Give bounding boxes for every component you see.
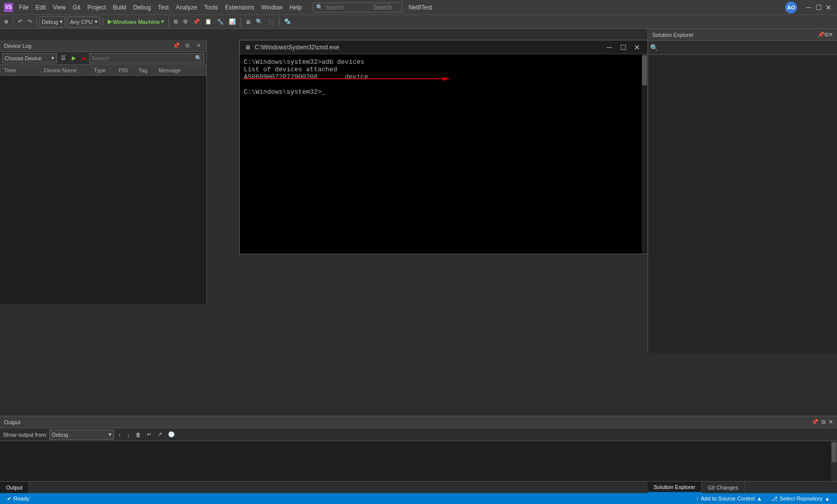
maximize-button[interactable]: ☐ <box>814 3 823 12</box>
menu-window[interactable]: Window <box>258 3 286 12</box>
chevron-down-icon: ▾ <box>60 18 63 25</box>
tab-git-changes[interactable]: Git Changes <box>702 482 745 493</box>
menu-edit[interactable]: Edit <box>32 3 49 12</box>
float-icon[interactable]: ⧉ <box>183 42 191 50</box>
sep4 <box>168 17 169 26</box>
toolbar-icon-btn3[interactable]: 📌 <box>191 16 202 27</box>
ready-icon: ✔ <box>7 496 11 502</box>
output-source-dropdown[interactable]: Debug ▾ <box>49 430 114 440</box>
sep2 <box>36 17 37 26</box>
minimize-button[interactable]: ─ <box>804 3 813 12</box>
status-ready[interactable]: ✔ Ready <box>4 496 32 502</box>
col-tag: Tag <box>135 67 155 73</box>
chevron-down-icon: ▾ <box>95 18 98 25</box>
device-log-title-bar: Device Log 📌 ⧉ ✕ <box>0 40 206 52</box>
device-log-title: Device Log <box>4 43 169 49</box>
output-pin-icon[interactable]: 📌 <box>812 419 819 425</box>
chevron-up-icon: ▲ <box>825 496 830 502</box>
toolbar-icon-btn8[interactable]: 🔍 <box>254 16 265 27</box>
sep6 <box>279 17 280 26</box>
device-log-panel: Device Log 📌 ⧉ ✕ Choose Device ▾ ☰ ▶ ■ 🔍… <box>0 40 207 304</box>
se-close-icon[interactable]: ✕ <box>829 31 833 38</box>
device-log-columns: Time Device Name Type PID Tag Message <box>0 65 206 76</box>
cmd-title-text: C:\Windows\System32\cmd.exe <box>255 44 600 51</box>
sep5 <box>240 17 241 26</box>
add-to-source-control-btn[interactable]: ↑ Add to Source Control ▲ <box>693 496 765 502</box>
cmd-minimize-btn[interactable]: ─ <box>603 42 616 53</box>
cmd-scrollbar-thumb <box>642 55 647 85</box>
upload-icon: ↑ <box>696 496 699 502</box>
cmd-close-btn[interactable]: ✕ <box>631 42 644 53</box>
tab-solution-explorer[interactable]: Solution Explorer <box>648 482 702 493</box>
se-pin-icon[interactable]: 📌 <box>818 31 825 38</box>
device-stop-btn[interactable]: ■ <box>80 53 87 64</box>
toolbar-icon-btn7[interactable]: 🖥 <box>243 16 253 27</box>
output-scrollbar-thumb-v <box>832 442 837 462</box>
solution-explorer-title: Solution Explorer 📌 ⧉ ✕ <box>648 29 837 41</box>
toolbar-icon-btn5[interactable]: 🔧 <box>215 16 226 27</box>
user-avatar[interactable]: AO <box>785 1 797 13</box>
output-close-icon[interactable]: ✕ <box>829 419 833 425</box>
pin-icon[interactable]: 📌 <box>172 42 180 50</box>
new-project-btn[interactable]: ⊕ <box>2 16 10 27</box>
menu-tools[interactable]: Tools <box>201 3 221 12</box>
debug-config-dropdown[interactable]: Debug ▾ <box>39 16 65 27</box>
search-icon: 🔍 <box>650 44 658 51</box>
se-float-icon[interactable]: ⧉ <box>825 31 829 38</box>
menu-extensions[interactable]: Extensions <box>222 3 257 12</box>
title-search-box[interactable]: 🔍 Search <box>313 2 402 12</box>
menu-project[interactable]: Project <box>84 3 109 12</box>
cmd-line-3: AS0609H072P72900206 device <box>244 73 644 81</box>
output-scroll-down-btn[interactable]: ↓ <box>125 429 132 440</box>
menu-git[interactable]: Git <box>70 3 83 12</box>
status-right: ↑ Add to Source Control ▲ ⎇ Select Repos… <box>693 496 833 502</box>
run-button[interactable]: ▶ Windows Machine ▾ <box>106 16 166 27</box>
cmd-scrollbar[interactable] <box>642 54 648 254</box>
toolbar-icon-btn10[interactable]: 🔩 <box>282 16 293 27</box>
choose-device-dropdown[interactable]: Choose Device ▾ <box>2 53 57 63</box>
toolbar-icon-btn4[interactable]: 📋 <box>203 16 214 27</box>
col-time: Time <box>0 67 40 73</box>
output-clock-btn[interactable]: 🕐 <box>166 429 177 440</box>
menu-help[interactable]: Help <box>287 3 305 12</box>
menu-analyze[interactable]: Analyze <box>173 3 200 12</box>
status-bar: ✔ Ready ↑ Add to Source Control ▲ ⎇ Sele… <box>0 493 837 504</box>
menu-test[interactable]: Test <box>155 3 172 12</box>
menu-debug[interactable]: Debug <box>130 3 154 12</box>
cmd-window-controls: ─ ☐ ✕ <box>603 42 644 53</box>
project-name: Net8Test <box>408 4 432 11</box>
output-clear-btn[interactable]: 🗑 <box>134 429 143 440</box>
redo-btn[interactable]: ↷ <box>25 16 34 27</box>
close-icon[interactable]: ✕ <box>194 42 202 50</box>
toolbar-icon-btn2[interactable]: ⚙ <box>181 16 190 27</box>
title-bar: VS File Edit View Git Project Build Debu… <box>0 0 837 15</box>
menu-file[interactable]: File <box>16 3 31 12</box>
device-play-btn[interactable]: ▶ <box>70 53 78 64</box>
cmd-maximize-btn[interactable]: ☐ <box>617 42 630 53</box>
platform-dropdown[interactable]: Any CPU ▾ <box>67 16 100 27</box>
cmd-window[interactable]: 🖥 C:\Windows\System32\cmd.exe ─ ☐ ✕ C:\W… <box>239 40 648 254</box>
device-grid-btn[interactable]: ☰ <box>59 53 68 64</box>
tab-output[interactable]: Output <box>0 482 29 493</box>
menu-build[interactable]: Build <box>110 3 130 12</box>
output-scroll-up-btn[interactable]: ↑ <box>116 429 123 440</box>
toolbar-icon-btn1[interactable]: ⊞ <box>171 16 180 27</box>
toolbar-icon-btn6[interactable]: 📊 <box>227 16 238 27</box>
title-search-input[interactable] <box>325 4 371 11</box>
toolbar-icon-btn9[interactable]: ⬛ <box>266 16 277 27</box>
select-repository-btn[interactable]: ⎇ Select Repository ▲ <box>768 496 833 502</box>
menu-view[interactable]: View <box>50 3 69 12</box>
cmd-line-2: List of devices attached <box>244 66 644 73</box>
device-search-box[interactable]: 🔍 <box>89 53 204 63</box>
se-bottom-tabs: Solution Explorer Git Changes <box>648 481 837 493</box>
close-button[interactable]: ✕ <box>824 3 833 12</box>
output-wrap-btn[interactable]: ↵ <box>145 429 154 440</box>
bottom-tabs: Output <box>0 481 648 493</box>
device-search-input[interactable] <box>92 55 193 61</box>
main-toolbar: ⊕ ↶ ↷ Debug ▾ Any CPU ▾ ▶ Windows Machin… <box>0 15 837 29</box>
output-float-icon[interactable]: ⧉ <box>822 419 826 425</box>
search-icon: 🔍 <box>195 55 202 61</box>
output-external-btn[interactable]: ↗ <box>156 429 164 440</box>
output-title-bar: Output 📌 ⧉ ✕ <box>0 416 837 428</box>
undo-btn[interactable]: ↶ <box>16 16 24 27</box>
